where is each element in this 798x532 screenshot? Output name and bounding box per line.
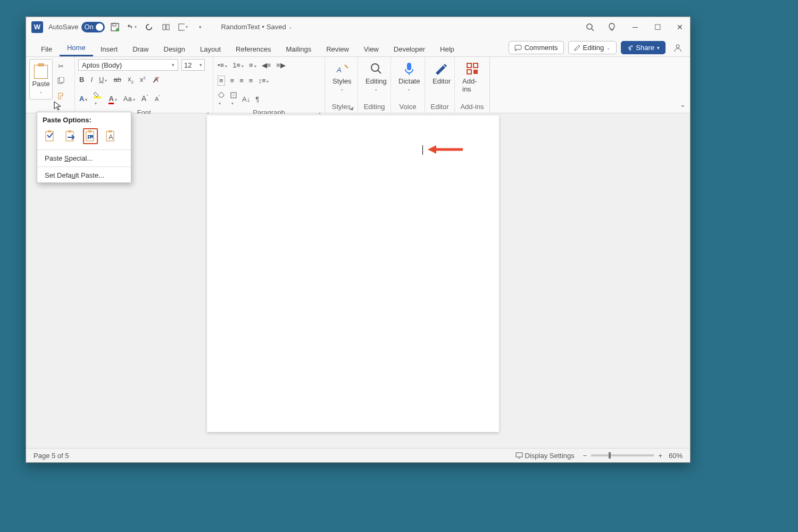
undo-icon[interactable]: ▾ — [127, 22, 137, 32]
autosave-control[interactable]: AutoSave On — [48, 22, 105, 32]
editing-button[interactable]: Editing⌄ — [361, 59, 391, 94]
editor-button[interactable]: Editor — [428, 59, 455, 87]
increase-indent-button[interactable]: ≡▶ — [276, 61, 286, 69]
group-font: Aptos (Body)▾ 12▾ B I U▾ ab x2 x2 A A▾ ▾… — [75, 57, 213, 113]
clear-format-icon[interactable]: A — [152, 76, 160, 84]
shrink-font-button[interactable]: A˅ — [155, 95, 161, 102]
grow-font-button[interactable]: A˄ — [142, 94, 148, 103]
font-name-select[interactable]: Aptos (Body)▾ — [78, 59, 178, 71]
paste-text-only-icon[interactable]: A — [103, 128, 118, 144]
tab-developer[interactable]: Developer — [386, 41, 433, 56]
editing-mode-button[interactable]: Editing⌄ — [568, 41, 617, 54]
styles-launcher-icon[interactable]: ◢ — [350, 105, 353, 111]
styles-icon: A — [334, 61, 350, 76]
bullets-button[interactable]: •≡▾ — [218, 61, 227, 69]
highlight-button[interactable]: ▾ — [94, 91, 102, 106]
tab-references[interactable]: References — [228, 41, 278, 56]
comments-button[interactable]: Comments — [509, 41, 564, 54]
maximize-button[interactable]: ☐ — [653, 23, 662, 31]
paste-special-item[interactable]: Paste Special... — [37, 151, 131, 165]
paste-button[interactable]: Paste ⌄ — [29, 59, 53, 99]
display-settings-button[interactable]: Display Settings — [516, 452, 575, 460]
tab-insert[interactable]: Insert — [93, 41, 126, 56]
line-spacing-button[interactable]: ↕≡▾ — [258, 77, 269, 85]
sort-button[interactable]: A↓ — [242, 95, 250, 103]
tab-mailings[interactable]: Mailings — [279, 41, 319, 56]
svg-point-28 — [89, 136, 90, 138]
close-button[interactable]: ✕ — [675, 23, 685, 31]
svg-rect-3 — [163, 24, 165, 30]
paste-dropdown-icon: ⌄ — [39, 89, 43, 94]
qat-icon-2[interactable]: ▾ — [178, 22, 188, 32]
autosave-toggle[interactable]: On — [81, 22, 105, 32]
save-icon[interactable] — [110, 22, 120, 32]
align-right-button[interactable]: ≡ — [239, 77, 244, 85]
tab-home[interactable]: Home — [60, 39, 93, 56]
font-size-select[interactable]: 12▾ — [181, 59, 205, 71]
svg-rect-1 — [113, 23, 116, 26]
redo-icon[interactable] — [144, 22, 154, 32]
tab-layout[interactable]: Layout — [193, 41, 228, 56]
title-bar: W AutoSave On ▾ ▾ ▾ RandomText • Saved ⌄… — [26, 17, 690, 37]
share-button[interactable]: Share▾ — [621, 41, 666, 54]
document-page[interactable] — [207, 115, 499, 432]
paste-picture-icon[interactable] — [83, 128, 98, 144]
set-default-paste-item[interactable]: Set Default Paste... — [37, 168, 131, 182]
qat-icon-1[interactable] — [161, 22, 171, 32]
styles-button[interactable]: AStyles⌄ — [328, 59, 355, 94]
mic-icon — [401, 61, 417, 76]
tab-view[interactable]: View — [356, 41, 386, 56]
addins-button[interactable]: Add-ins — [458, 59, 486, 95]
zoom-out-button[interactable]: − — [583, 452, 587, 460]
cut-icon[interactable]: ✂ — [55, 60, 66, 72]
group-editor-label: Editor — [431, 103, 449, 111]
zoom-slider[interactable] — [591, 454, 654, 456]
account-icon[interactable] — [673, 43, 683, 53]
font-color-button[interactable]: A▾ — [109, 95, 117, 103]
qat-customize-icon[interactable]: ▾ — [195, 22, 205, 32]
tab-review[interactable]: Review — [319, 41, 356, 56]
align-left-button[interactable]: ≡ — [218, 76, 225, 86]
text-effects-button[interactable]: A▾ — [79, 95, 87, 103]
svg-rect-24 — [68, 130, 71, 132]
svg-rect-22 — [48, 130, 51, 132]
search-icon[interactable] — [586, 23, 595, 31]
group-clipboard: Paste ⌄ ✂ — [26, 57, 75, 113]
group-styles-label: Styles — [332, 103, 351, 111]
bold-button[interactable]: B — [79, 76, 84, 84]
underline-button[interactable]: U▾ — [99, 76, 107, 84]
change-case-button[interactable]: Aa▾ — [123, 95, 135, 103]
superscript-button[interactable]: x2 — [140, 76, 146, 84]
paste-merge-formatting-icon[interactable] — [63, 128, 78, 144]
svg-text:A: A — [154, 76, 159, 84]
subscript-button[interactable]: x2 — [128, 75, 134, 85]
borders-button[interactable]: ▾ — [230, 92, 237, 106]
paste-options-menu: Paste Options: A Paste Special... Set De… — [37, 112, 131, 183]
tab-file[interactable]: File — [34, 41, 60, 56]
page-indicator[interactable]: Page 5 of 5 — [34, 452, 69, 460]
minimize-button[interactable]: ─ — [630, 23, 640, 31]
strikethrough-button[interactable]: ab — [113, 76, 121, 84]
tab-help[interactable]: Help — [433, 41, 462, 56]
zoom-in-button[interactable]: + — [658, 452, 662, 460]
multilevel-button[interactable]: ≡▾ — [249, 61, 256, 69]
shading-button[interactable]: ▾ — [218, 92, 225, 106]
copy-icon[interactable] — [55, 75, 66, 87]
italic-button[interactable]: I — [90, 76, 93, 84]
align-center-button[interactable]: ≡ — [230, 77, 235, 85]
format-painter-icon[interactable] — [55, 90, 66, 102]
tab-design[interactable]: Design — [156, 41, 193, 56]
show-marks-button[interactable]: ¶ — [255, 95, 259, 103]
document-title[interactable]: RandomText • Saved ⌄ — [221, 23, 292, 31]
text-cursor — [422, 145, 423, 155]
paste-keep-source-icon[interactable] — [43, 128, 57, 144]
numbering-button[interactable]: 1≡▾ — [232, 61, 244, 69]
collapse-ribbon-icon[interactable]: ⌄ — [680, 101, 686, 109]
justify-button[interactable]: ≡ — [249, 77, 253, 85]
group-paragraph: •≡▾ 1≡▾ ≡▾ ◀≡ ≡▶ ≡ ≡ ≡ ≡ ↕≡▾ ▾ ▾ A↓ — [213, 57, 325, 113]
lightbulb-icon[interactable] — [608, 23, 618, 31]
dictate-button[interactable]: Dictate⌄ — [394, 59, 424, 94]
tab-draw[interactable]: Draw — [125, 41, 156, 56]
decrease-indent-button[interactable]: ◀≡ — [262, 61, 271, 69]
zoom-level[interactable]: 60% — [669, 452, 683, 460]
